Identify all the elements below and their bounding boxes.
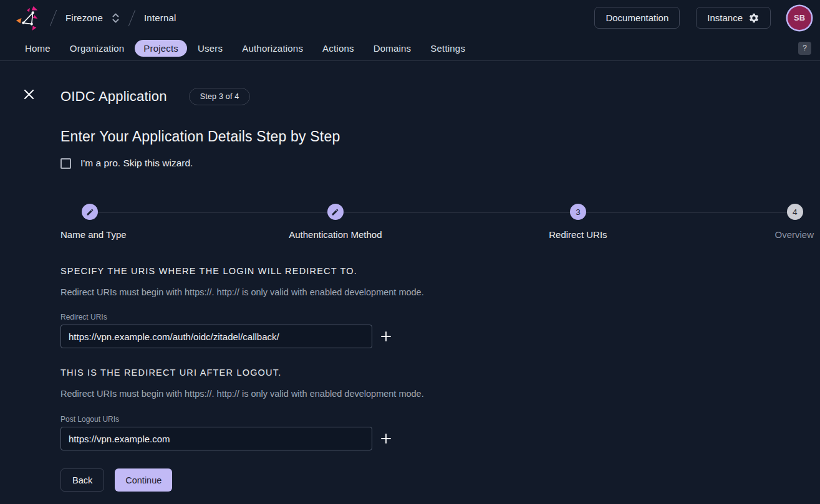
step-3-label: Redirect URIs [549, 229, 607, 240]
step-2-circle [327, 204, 344, 220]
top-bar: Firezone Internal Documentation Instance… [0, 0, 820, 61]
wizard-page: OIDC Application Step 3 of 4 Enter Your … [0, 61, 820, 504]
documentation-label: Documentation [605, 12, 668, 23]
breadcrumb-org: Firezone [65, 12, 103, 23]
add-post-logout-uri-button[interactable] [379, 432, 393, 445]
nav-item-users[interactable]: Users [189, 40, 231, 57]
plus-icon [380, 433, 392, 444]
edit-pencil-icon [331, 208, 339, 216]
wizard-container: OIDC Application Step 3 of 4 Enter Your … [60, 61, 814, 492]
nav-item-organization[interactable]: Organization [61, 40, 133, 57]
back-button[interactable]: Back [60, 468, 104, 492]
breadcrumb-separator [128, 9, 135, 26]
edit-pencil-icon [86, 208, 94, 216]
skip-wizard-checkbox[interactable] [60, 158, 71, 169]
page-title: OIDC Application [60, 88, 167, 105]
step-badge: Step 3 of 4 [189, 88, 251, 105]
redirect-section-heading: SPECIFY THE URIS WHERE THE LOGIN WILL RE… [60, 266, 814, 277]
step-2-label: Authentication Method [289, 229, 382, 240]
redirect-uris-label: Redirect URIs [60, 313, 814, 321]
add-redirect-uri-button[interactable] [379, 330, 393, 343]
instance-label: Instance [707, 12, 743, 23]
breadcrumb-separator [50, 9, 57, 26]
step-1-label: Name and Type [60, 229, 127, 240]
stepper: 3 4 [60, 204, 814, 220]
logout-section-heading: THIS IS THE REDIRECT URI AFTER LOGOUT. [60, 368, 814, 378]
skip-wizard-label: I'm a pro. Skip this wizard. [80, 158, 193, 169]
post-logout-uri-row [60, 427, 814, 450]
skip-wizard-row[interactable]: I'm a pro. Skip this wizard. [60, 157, 814, 169]
post-logout-uri-input[interactable] [60, 427, 372, 450]
documentation-button[interactable]: Documentation [594, 7, 680, 29]
nav-item-projects[interactable]: Projects [135, 40, 187, 57]
continue-button[interactable]: Continue [115, 468, 172, 492]
logout-section-description: Redirect URIs must begin with https://. … [60, 389, 814, 400]
redirect-section-description: Redirect URIs must begin with https://. … [60, 287, 814, 298]
org-switcher[interactable]: Firezone [65, 12, 120, 24]
close-icon[interactable] [22, 88, 35, 100]
breadcrumb-project[interactable]: Internal [144, 12, 176, 23]
instance-button[interactable]: Instance [696, 7, 771, 29]
zitadel-logo-icon[interactable] [15, 5, 41, 31]
wizard-heading: Enter Your Application Details Step by S… [60, 128, 814, 146]
stepper-labels: Name and Type Authentication Method Redi… [60, 229, 814, 240]
plus-icon [380, 331, 392, 342]
avatar-initials: SB [794, 13, 805, 22]
stepper-connector [98, 212, 787, 212]
step-4-number: 4 [793, 207, 798, 217]
main-nav: Home Organization Projects Users Authori… [0, 36, 820, 60]
nav-item-domains[interactable]: Domains [365, 40, 420, 57]
step-3-circle: 3 [570, 204, 586, 220]
step-1-circle [82, 204, 98, 220]
avatar[interactable]: SB [788, 6, 811, 30]
step-4-label: Overview [774, 229, 814, 240]
help-button[interactable]: ? [798, 42, 811, 55]
post-logout-uris-label: Post Logout URIs [60, 415, 814, 424]
redirect-uri-row [60, 325, 814, 348]
nav-item-home[interactable]: Home [16, 40, 59, 57]
wizard-title-row: OIDC Application Step 3 of 4 [60, 87, 814, 106]
redirect-uri-input[interactable] [60, 325, 372, 348]
nav-item-settings[interactable]: Settings [422, 40, 474, 57]
breadcrumb-row: Firezone Internal Documentation Instance… [0, 0, 820, 36]
gear-icon [748, 12, 760, 24]
nav-item-actions[interactable]: Actions [314, 40, 363, 57]
step-3-number: 3 [576, 207, 581, 217]
unfold-more-icon [112, 12, 120, 24]
wizard-actions: Back Continue [60, 468, 814, 492]
nav-item-authorizations[interactable]: Authorizations [233, 40, 312, 57]
step-4-circle: 4 [787, 204, 803, 220]
